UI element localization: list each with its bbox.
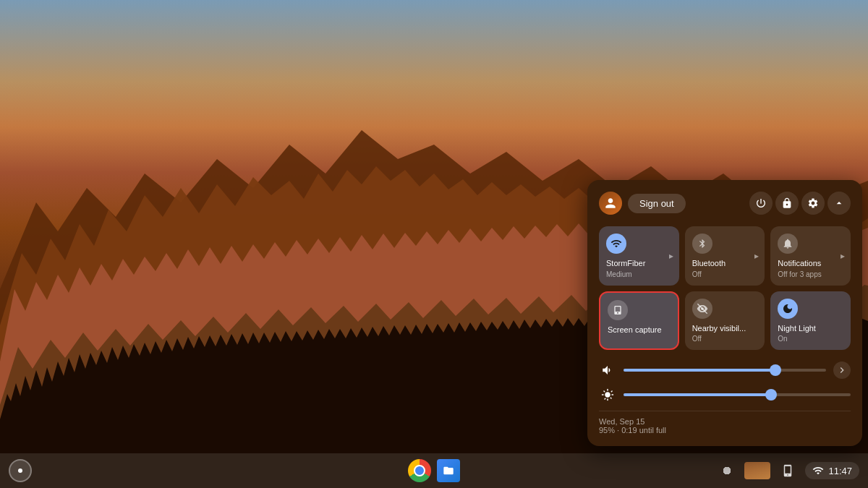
notifications-tile[interactable]: Notifications Off for 3 apps ▸	[770, 226, 851, 285]
nearby-visibility-tile[interactable]: Nearby visibil... Off	[685, 291, 765, 350]
brightness-slider[interactable]	[624, 393, 851, 396]
wifi-tile[interactable]: StormFiber Medium ▸	[599, 226, 679, 285]
wifi-tray-icon	[812, 465, 824, 476]
taskbar-right: ⏺ 11:47	[715, 459, 859, 482]
brightness-slider-thumb[interactable]	[765, 389, 777, 401]
volume-slider-thumb[interactable]	[770, 364, 781, 376]
footer-date: Wed, Sep 15	[599, 417, 666, 426]
camera-taskbar-button[interactable]: ⏺	[715, 459, 739, 482]
nearby-visibility-tile-label: Nearby visibil...	[692, 323, 746, 333]
bluetooth-tile-icon	[692, 234, 712, 254]
qs-tile-grid: StormFiber Medium ▸ Bluetooth Off ▸ Noti…	[599, 226, 851, 350]
screen-capture-tile-icon	[608, 300, 628, 320]
footer-battery: 95% · 0:19 until full	[599, 426, 666, 435]
brightness-slider-row	[599, 386, 851, 403]
nearby-visibility-tile-icon	[692, 299, 712, 319]
wifi-tile-sublabel: Medium	[606, 270, 632, 278]
taskbar: ⏺ 11:47	[0, 453, 868, 488]
sign-out-button[interactable]: Sign out	[628, 194, 686, 213]
clock-display: 11:47	[828, 466, 852, 476]
volume-slider[interactable]	[624, 369, 826, 372]
bluetooth-tile-sublabel: Off	[692, 270, 702, 278]
night-light-tile-icon	[778, 299, 798, 319]
bluetooth-tile-label: Bluetooth	[692, 258, 726, 268]
volume-slider-row	[599, 361, 851, 379]
screen-capture-tile[interactable]: Screen capture	[599, 291, 679, 350]
volume-slider-fill	[624, 369, 775, 372]
audio-settings-button[interactable]	[833, 361, 851, 379]
qs-header-icons	[749, 192, 851, 215]
screen-capture-tile-label: Screen capture	[608, 325, 662, 335]
wifi-tile-icon	[606, 234, 626, 254]
quick-settings-panel: Sign out StormFiber Medium ▸	[587, 180, 862, 446]
brightness-icon	[599, 386, 616, 403]
chrome-icon[interactable]	[408, 459, 431, 482]
night-light-tile-sublabel: On	[778, 335, 787, 343]
power-button[interactable]	[749, 192, 773, 215]
launcher-button[interactable]	[9, 459, 32, 482]
user-avatar[interactable]	[599, 192, 622, 215]
files-icon[interactable]	[437, 459, 460, 482]
notifications-tile-label: Notifications	[778, 258, 821, 268]
lock-button[interactable]	[775, 192, 799, 215]
night-light-tile-label: Night Light	[778, 323, 816, 333]
nearby-visibility-tile-sublabel: Off	[692, 335, 702, 343]
qs-header: Sign out	[599, 192, 851, 215]
system-tray[interactable]: 11:47	[805, 462, 859, 479]
notifications-tile-arrow: ▸	[841, 251, 845, 261]
qs-footer: Wed, Sep 15 95% · 0:19 until full	[599, 411, 851, 435]
taskbar-center	[408, 459, 460, 482]
wifi-tile-label: StormFiber	[606, 258, 645, 268]
wifi-tile-arrow: ▸	[669, 251, 673, 261]
taskbar-left	[9, 459, 32, 482]
volume-icon	[599, 361, 616, 379]
avatar-thumbnail[interactable]	[744, 462, 770, 479]
brightness-slider-fill	[624, 393, 771, 396]
notifications-tile-sublabel: Off for 3 apps	[778, 270, 821, 278]
bluetooth-tile-arrow: ▸	[754, 251, 759, 261]
bluetooth-tile[interactable]: Bluetooth Off ▸	[685, 226, 765, 285]
notifications-tile-icon	[778, 234, 798, 254]
settings-button[interactable]	[801, 192, 825, 215]
night-light-tile[interactable]: Night Light On	[770, 291, 851, 350]
cast-button[interactable]	[776, 459, 799, 482]
qs-footer-left: Wed, Sep 15 95% · 0:19 until full	[599, 417, 666, 435]
collapse-button[interactable]	[827, 192, 851, 215]
